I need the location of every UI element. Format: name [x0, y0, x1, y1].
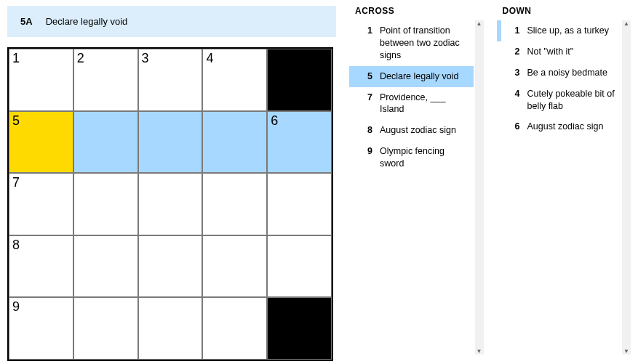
grid-cell[interactable]: 7 [9, 173, 73, 235]
grid-cell-block [267, 297, 332, 360]
cell-number: 4 [206, 51, 213, 66]
clue-number: 1 [506, 25, 520, 37]
clue-number: 5 [358, 70, 372, 83]
crossword-layout: 5A Declare legally void 123456789 ACROSS… [0, 0, 638, 364]
grid-cell[interactable] [267, 235, 332, 298]
clue-number: 7 [358, 92, 372, 116]
grid-cell[interactable] [73, 173, 138, 235]
grid-cell[interactable]: 5 [9, 111, 73, 174]
scroll-down-icon[interactable]: ▼ [475, 348, 484, 355]
current-clue-text: Declare legally void [46, 16, 128, 27]
clue-number: 4 [506, 88, 520, 113]
current-clue-label: 5A [20, 16, 33, 27]
clue-number: 8 [358, 124, 372, 137]
cell-number: 9 [12, 299, 20, 315]
grid-cell[interactable] [73, 297, 138, 360]
clue-number: 9 [358, 145, 372, 170]
scrollbar[interactable]: ▲ ▼ [622, 20, 631, 355]
clue-item[interactable]: 1Slice up, as a turkey [497, 20, 621, 41]
across-scroll: 1Point of transition between two zodiac … [349, 20, 484, 355]
left-panel: 5A Declare legally void 123456789 [7, 6, 336, 361]
cell-number: 7 [12, 175, 20, 190]
grid-cell[interactable] [138, 297, 203, 360]
grid-cell[interactable] [73, 235, 138, 298]
across-clue-list: 1Point of transition between two zodiac … [349, 20, 484, 174]
clue-text: Declare legally void [380, 70, 468, 83]
clue-item[interactable]: 6August zodiac sign [497, 116, 621, 137]
clue-text: Point of transition between two zodiac s… [380, 25, 468, 62]
down-column: DOWN 1Slice up, as a turkey2Not "with it… [497, 6, 631, 361]
across-heading: ACROSS [355, 6, 484, 16]
cell-number: 5 [12, 113, 20, 129]
clue-number: 6 [506, 121, 520, 133]
down-scroll: 1Slice up, as a turkey2Not "with it"3Be … [497, 20, 631, 355]
scroll-down-icon[interactable]: ▼ [622, 348, 631, 355]
clue-text: August zodiac sign [380, 124, 468, 137]
clue-text: Not "with it" [527, 46, 615, 58]
clue-text: August zodiac sign [527, 121, 615, 133]
clue-item[interactable]: 8August zodiac sign [349, 120, 474, 141]
clue-item[interactable]: 9Olympic fencing sword [349, 141, 474, 174]
clue-item[interactable]: 7Providence, ___ Island [349, 87, 474, 121]
grid-cell[interactable]: 2 [73, 49, 138, 111]
grid-cell[interactable]: 8 [9, 235, 73, 298]
clue-number: 2 [506, 46, 520, 58]
cell-number: 2 [77, 51, 84, 66]
grid-cell[interactable]: 1 [9, 49, 73, 111]
clue-item[interactable]: 1Point of transition between two zodiac … [349, 20, 474, 66]
grid-cell[interactable] [138, 111, 203, 174]
clue-text: Olympic fencing sword [380, 145, 468, 170]
clue-item[interactable]: 2Not "with it" [497, 41, 621, 62]
cell-number: 1 [12, 51, 20, 66]
grid-cell[interactable] [202, 297, 267, 360]
clue-number: 1 [358, 25, 372, 62]
grid-cell[interactable] [202, 111, 267, 174]
scroll-up-icon[interactable]: ▲ [622, 20, 631, 27]
grid-cell-block [267, 49, 332, 111]
scroll-up-icon[interactable]: ▲ [475, 20, 484, 27]
across-column: ACROSS 1Point of transition between two … [349, 6, 484, 361]
scrollbar[interactable]: ▲ ▼ [475, 20, 484, 355]
crossword-grid[interactable]: 123456789 [7, 47, 333, 361]
cell-number: 6 [271, 113, 278, 129]
down-clue-list: 1Slice up, as a turkey2Not "with it"3Be … [497, 20, 631, 137]
clue-item[interactable]: 4Cutely pokeable bit of belly flab [497, 84, 621, 117]
clue-text: Slice up, as a turkey [527, 25, 615, 37]
clues-panel: ACROSS 1Point of transition between two … [349, 6, 631, 361]
grid-cell[interactable]: 9 [9, 297, 73, 360]
clue-text: Providence, ___ Island [380, 92, 468, 116]
cell-number: 3 [142, 51, 149, 66]
grid-cell[interactable] [138, 173, 203, 235]
grid-cell[interactable]: 6 [267, 111, 332, 174]
grid-cell[interactable] [202, 173, 267, 235]
current-clue-bar[interactable]: 5A Declare legally void [7, 6, 336, 37]
grid-cell[interactable]: 3 [138, 49, 203, 111]
grid-cell[interactable] [73, 111, 138, 174]
clue-text: Be a noisy bedmate [527, 67, 615, 79]
clue-text: Cutely pokeable bit of belly flab [527, 88, 615, 113]
grid-cell[interactable] [267, 173, 332, 235]
cell-number: 8 [12, 238, 20, 253]
grid-cell[interactable] [138, 235, 203, 298]
grid-cell[interactable] [202, 235, 267, 298]
clue-item[interactable]: 5Declare legally void [349, 66, 474, 87]
clue-item[interactable]: 3Be a noisy bedmate [497, 62, 621, 84]
grid-cell[interactable]: 4 [202, 49, 267, 111]
clue-number: 3 [506, 67, 520, 79]
down-heading: DOWN [503, 6, 631, 16]
